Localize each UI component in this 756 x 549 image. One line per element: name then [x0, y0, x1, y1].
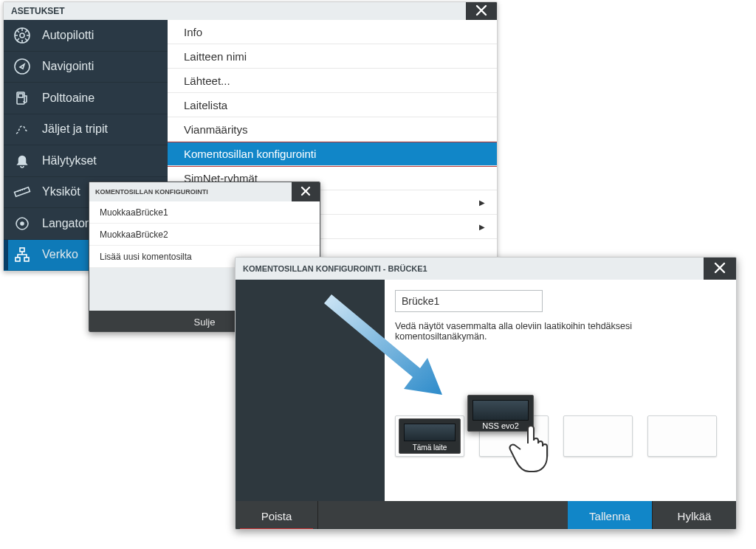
display-slot-4[interactable] [647, 415, 717, 457]
settings-titlebar: ASETUKSET [4, 2, 497, 20]
close-button[interactable] [466, 2, 497, 20]
delete-button[interactable]: Poista [236, 501, 318, 530]
sidebar-item-autopilot[interactable]: Autopilotti [4, 20, 168, 52]
sidebar-label: Langaton [42, 217, 92, 230]
steering-wheel-icon [13, 26, 32, 45]
svg-rect-8 [16, 258, 20, 261]
dragging-device[interactable]: NSS evo2 [467, 395, 534, 432]
drag-hint-text: Vedä näytöt vasemmalta alla oleviin laat… [395, 321, 726, 342]
device-screen-icon [404, 424, 456, 441]
svg-point-6 [21, 222, 24, 225]
compass-icon [13, 57, 32, 76]
ruler-icon [13, 182, 32, 201]
sidebar-item-alerts[interactable]: Hälytykset [4, 145, 168, 177]
bridge-name-input[interactable] [395, 290, 543, 312]
bridge-config-title: KOMENTOSILLAN KONFIGUROINTI - BRÜCKE1 [243, 264, 427, 273]
sidebar-item-navigation[interactable]: Navigointi [4, 52, 168, 83]
bridge-list-title: KOMENTOSILLAN KONFIGUROINTI [95, 188, 208, 196]
svg-rect-9 [24, 258, 29, 261]
display-slot-3[interactable] [563, 415, 633, 457]
sidebar-label: Yksiköt [42, 185, 80, 198]
sidebar-item-fuel[interactable]: Polttoaine [4, 83, 168, 114]
device-this[interactable]: Tämä laite [399, 418, 461, 454]
close-icon [300, 186, 311, 198]
sidebar-label: Navigointi [42, 60, 94, 73]
sidebar-label: Polttoaine [42, 92, 94, 105]
svg-rect-5 [15, 187, 30, 196]
route-icon [13, 120, 32, 139]
fuel-icon [13, 89, 32, 108]
bell-icon [13, 151, 32, 170]
device-label: Tämä laite [413, 443, 447, 453]
list-item-diagnostics[interactable]: Vianmääritys [168, 117, 497, 142]
list-item-device-name[interactable]: Laitteen nimi [168, 44, 497, 69]
sidebar-label: Hälytykset [42, 154, 97, 168]
cancel-button[interactable]: Hylkää [652, 501, 736, 530]
sidebar-label: Jäljet ja tripit [42, 122, 108, 136]
bridge-config-titlebar: KOMENTOSILLAN KONFIGUROINTI - BRÜCKE1 [236, 258, 736, 280]
device-label: NSS evo2 [482, 421, 519, 431]
svg-point-1 [20, 33, 24, 38]
save-button[interactable]: Tallenna [568, 501, 652, 530]
bridge-config-content: Vedä näytöt vasemmalta alla oleviin laat… [385, 280, 736, 501]
close-button[interactable] [704, 258, 736, 280]
list-item-bridge-config[interactable]: Komentosillan konfigurointi [168, 142, 497, 166]
bridge-config-dialog: KOMENTOSILLAN KONFIGUROINTI - BRÜCKE1 Ve… [235, 257, 737, 530]
list-item-sources[interactable]: Lähteet... [168, 69, 497, 93]
close-icon [475, 4, 487, 18]
settings-title: ASETUKSET [11, 6, 65, 16]
network-icon [13, 245, 32, 264]
display-slot-1[interactable]: Tämä laite [395, 415, 464, 457]
sidebar-item-tracks[interactable]: Jäljet ja tripit [4, 114, 168, 146]
sidebar-label: Autopilotti [42, 29, 94, 42]
footer-spacer [318, 501, 568, 530]
bridge-row-edit-1[interactable]: MuokkaaBrücke1 [89, 201, 320, 224]
bridge-config-footer: Poista Tallenna Hylkää [236, 501, 736, 530]
list-item-device-list[interactable]: Laitelista [168, 93, 497, 117]
svg-rect-4 [18, 94, 23, 97]
display-slots: Tämä laite NSS evo2 [395, 415, 726, 457]
close-button[interactable] [292, 182, 320, 201]
bridge-list-titlebar: KOMENTOSILLAN KONFIGUROINTI [89, 182, 320, 201]
wireless-icon [13, 214, 32, 233]
svg-point-2 [15, 59, 30, 74]
svg-rect-7 [20, 248, 24, 252]
close-icon [714, 262, 726, 275]
device-screen-icon [472, 400, 529, 421]
list-item-info[interactable]: Info [168, 20, 497, 44]
bridge-row-edit-2[interactable]: MuokkaaBrücke2 [89, 224, 320, 246]
device-source-panel[interactable] [236, 280, 385, 501]
sidebar-label: Verkko [42, 248, 78, 261]
